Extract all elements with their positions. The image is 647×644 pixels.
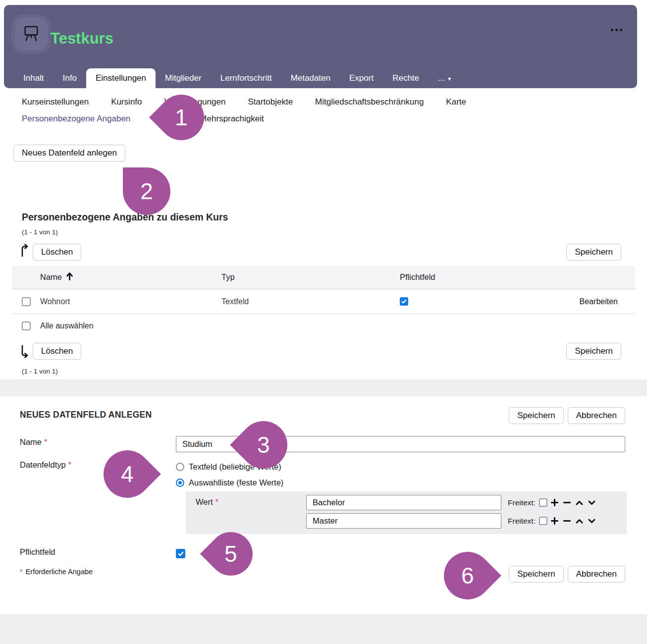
delete-button-top[interactable]: Löschen (33, 244, 81, 261)
column-pflichtfeld: Pflichtfeld (400, 272, 568, 282)
tab-mitglieder[interactable]: Mitglieder (156, 68, 211, 88)
form-cancel-button-top[interactable]: Abbrechen (568, 407, 625, 424)
page-title: Testkurs (51, 30, 113, 48)
subtab-mehrsprachigkeit[interactable]: Mehrsprachigkeit (200, 114, 264, 124)
select-all-label: Alle auswählen (40, 322, 94, 330)
apply-up-arrow-icon (20, 244, 30, 261)
annotation-marker-1: 1 (149, 85, 214, 150)
wert-row-2: Freitext: (306, 513, 597, 529)
required-asterisk: * (216, 497, 218, 506)
table-row: Wohnort Textfeld Bearbeiten (12, 289, 635, 314)
tab-info[interactable]: Info (54, 68, 86, 88)
row-select-checkbox[interactable] (22, 297, 31, 306)
tab-export[interactable]: Export (340, 68, 383, 88)
wert-label: Wert* (196, 497, 218, 507)
column-name[interactable]: Name (40, 272, 221, 282)
column-name-label: Name (40, 272, 62, 282)
subtab-row-1: Kurseinstellungen Kursinfo Vorbedingunge… (22, 97, 466, 107)
move-down-icon[interactable] (587, 500, 597, 506)
chevron-down-icon: ▾ (448, 75, 451, 82)
select-all-checkbox[interactable] (22, 322, 31, 330)
freitext-checkbox-2[interactable] (539, 517, 547, 525)
save-button-top[interactable]: Speichern (566, 244, 621, 261)
tab-lernfortschritt[interactable]: Lernfortschritt (211, 68, 281, 88)
table-header-row: Name Typ Pflichtfeld (12, 266, 635, 289)
subtab-personenbezogene-angaben[interactable]: Personenbezogene Angaben (22, 114, 130, 124)
tab-einstellungen[interactable]: Einstellungen (86, 68, 156, 88)
remove-value-icon[interactable] (562, 499, 572, 506)
course-header-panel: Testkurs Inhalt Info Einstellungen Mitgl… (4, 5, 637, 88)
apply-down-arrow-icon (20, 344, 30, 361)
subtab-mitgliedschaftsbeschraenkung[interactable]: Mitgliedschaftsbeschränkung (315, 97, 424, 107)
actions-ellipsis-icon[interactable] (611, 29, 622, 31)
required-asterisk: * (44, 437, 47, 446)
edit-link[interactable]: Bearbeiten (580, 297, 618, 306)
subtab-kurseinstellungen[interactable]: Kurseinstellungen (22, 97, 89, 107)
radio-auswahlliste-label: Auswahlliste (feste Werte) (189, 478, 283, 487)
course-icon-tile (15, 18, 48, 51)
freitext-checkbox-1[interactable] (539, 498, 547, 507)
subtab-row-2: Personenbezogene Angaben Mehrsprachigkei… (22, 114, 264, 124)
required-asterisk: * (68, 460, 71, 469)
tab-metadaten[interactable]: Metadaten (281, 68, 340, 88)
course-settings-page: Testkurs Inhalt Info Einstellungen Mitgl… (0, 0, 647, 644)
form-buttons-bottom: Speichern Abbrechen (509, 566, 625, 583)
required-footnote: *Erforderliche Angabe (20, 568, 93, 576)
field-type-cell: Textfeld (221, 297, 400, 306)
form-save-button-bottom[interactable]: Speichern (509, 566, 564, 583)
radio-option-auswahlliste[interactable]: Auswahlliste (feste Werte) (176, 478, 283, 487)
pflichtfeld-checkbox[interactable] (176, 549, 185, 558)
result-count-top: (1 - 1 von 1) (22, 228, 58, 236)
sort-ascending-icon (66, 272, 73, 282)
form-cancel-button-bottom[interactable]: Abbrechen (568, 566, 625, 583)
form-title: NEUES DATENFELD ANLEGEN (20, 410, 152, 420)
field-name-cell: Wohnort (40, 297, 70, 306)
list-section-title: Personenbezogene Angaben zu diesem Kurs (22, 212, 228, 223)
form-save-button-top[interactable]: Speichern (509, 407, 564, 424)
footer-strip (0, 614, 647, 644)
subtab-startobjekte[interactable]: Startobjekte (248, 97, 293, 107)
tab-more-label: ... (438, 73, 445, 83)
pflichtfeld-label: Pflichtfeld (20, 547, 55, 557)
move-up-icon[interactable] (575, 518, 585, 524)
type-field-label: Datenfeldtyp* (20, 460, 71, 470)
remove-value-icon[interactable] (562, 517, 572, 525)
add-value-icon[interactable] (550, 499, 560, 506)
annotation-marker-2: 2 (123, 167, 170, 215)
delete-button-bottom[interactable]: Löschen (33, 343, 81, 360)
column-typ: Typ (221, 272, 400, 282)
subtab-karte[interactable]: Karte (446, 97, 466, 107)
tab-rechte[interactable]: Rechte (383, 68, 429, 88)
wert-row-1: Freitext: (306, 495, 597, 510)
freitext-label: Freitext: (508, 498, 536, 507)
main-tab-bar: Inhalt Info Einstellungen Mitglieder Ler… (14, 68, 460, 88)
new-datafield-button[interactable]: Neues Datenfeld anlegen (13, 145, 125, 161)
course-easel-icon (21, 23, 42, 46)
row-required-checkbox[interactable] (400, 297, 408, 306)
radio-icon-selected[interactable] (176, 479, 184, 487)
move-down-icon[interactable] (587, 518, 597, 524)
freitext-label: Freitext: (508, 517, 536, 526)
select-all-row: Alle auswählen (12, 314, 635, 337)
tab-more[interactable]: ...▾ (429, 68, 460, 88)
radio-icon-unselected[interactable] (176, 463, 184, 471)
tab-inhalt[interactable]: Inhalt (14, 68, 54, 88)
datafields-table: Name Typ Pflichtfeld Wohnort Textfeld (12, 266, 635, 337)
add-value-icon[interactable] (550, 517, 560, 525)
wert-input-1[interactable] (306, 495, 501, 510)
section-divider (0, 379, 647, 396)
save-button-bottom[interactable]: Speichern (566, 343, 621, 360)
wert-input-2[interactable] (306, 513, 501, 529)
annotation-marker-6: 6 (434, 542, 501, 609)
form-buttons-top: Speichern Abbrechen (509, 407, 625, 424)
annotation-marker-4: 4 (94, 440, 161, 508)
result-count-bottom: (1 - 1 von 1) (22, 368, 58, 375)
name-field-label: Name* (20, 437, 47, 447)
move-up-icon[interactable] (575, 500, 585, 506)
subtab-kursinfo[interactable]: Kursinfo (111, 97, 142, 107)
